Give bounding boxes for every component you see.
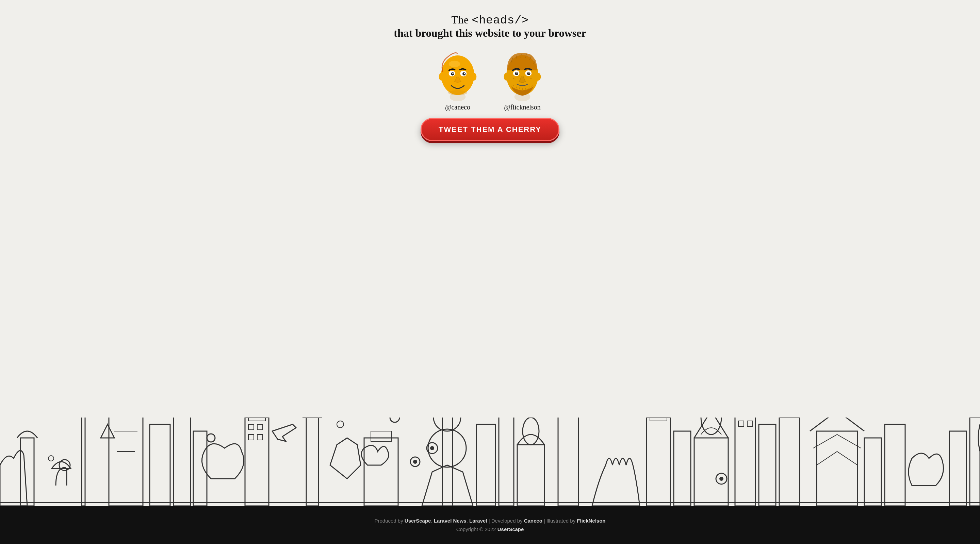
svg-point-19	[516, 73, 517, 74]
footer-credits: Produced by UserScape, Laravel News, Lar…	[7, 518, 973, 523]
laravel-link[interactable]: Laravel	[469, 518, 487, 523]
svg-point-23	[530, 78, 531, 79]
svg-point-22	[513, 78, 514, 79]
svg-point-1	[441, 56, 474, 95]
flicknelson-face-icon	[500, 50, 544, 101]
svg-point-3	[439, 73, 444, 81]
svg-point-86	[413, 460, 417, 464]
svg-point-77	[390, 417, 399, 422]
illustrated-by-prefix: | Illustrated by	[542, 518, 577, 523]
heading-line2: that brought this website to your browse…	[394, 27, 586, 40]
laravel-news-link[interactable]: Laravel News	[434, 518, 466, 523]
tweet-cherry-button[interactable]: TWEET THEM A CHERRY	[421, 118, 559, 141]
svg-point-53	[523, 417, 539, 445]
caneco-link[interactable]: Caneco	[524, 518, 542, 523]
heading-area: The <heads/> that brought this website t…	[394, 14, 586, 40]
svg-rect-41	[257, 435, 263, 440]
svg-point-24	[514, 79, 515, 81]
svg-rect-64	[747, 421, 753, 427]
copyright-text: Copyright © 2022	[456, 526, 498, 532]
main-content: The <heads/> that brought this website t…	[0, 0, 980, 506]
flicknelson-link[interactable]: FlickNelson	[577, 518, 605, 523]
developed-by-prefix: | Developed by	[487, 518, 524, 523]
copyright-userscape[interactable]: UserScape	[498, 526, 524, 532]
svg-point-74	[48, 455, 54, 461]
heading-line1: The <heads/>	[394, 14, 586, 27]
svg-point-75	[207, 434, 215, 442]
svg-rect-39	[257, 424, 263, 430]
userscape-link[interactable]: UserScape	[404, 518, 431, 523]
svg-rect-25	[0, 465, 980, 506]
footer: Produced by UserScape, Laravel News, Lar…	[0, 506, 980, 544]
svg-point-14	[504, 73, 509, 81]
avatars-row: @caneco	[436, 50, 544, 111]
avatar-flicknelson: @flicknelson	[500, 50, 544, 111]
tweet-button-container: TWEET THEM A CHERRY	[421, 118, 559, 141]
caneco-handle: @caneco	[445, 103, 470, 111]
svg-point-2	[449, 61, 460, 67]
svg-point-11	[448, 90, 467, 95]
produced-by-prefix: Produced by	[374, 518, 404, 523]
svg-point-21	[528, 73, 530, 74]
svg-point-76	[337, 421, 344, 428]
avatar-caneco: @caneco	[436, 50, 480, 111]
svg-point-59	[701, 417, 721, 435]
svg-rect-38	[248, 424, 254, 430]
copyright: Copyright © 2022 UserScape	[7, 526, 973, 532]
skyline-illustration	[0, 417, 980, 506]
flicknelson-handle: @flicknelson	[504, 103, 540, 111]
svg-point-10	[464, 73, 465, 74]
svg-point-8	[452, 73, 453, 74]
svg-rect-40	[248, 435, 254, 440]
svg-point-84	[430, 446, 434, 450]
svg-point-93	[719, 477, 724, 481]
svg-point-15	[536, 73, 541, 81]
svg-rect-45	[371, 431, 391, 441]
svg-marker-88	[101, 424, 115, 438]
heading-prefix: The	[452, 14, 472, 26]
heading-code: <heads/>	[472, 14, 528, 27]
caneco-face-icon	[436, 50, 480, 101]
svg-rect-63	[738, 421, 744, 427]
svg-point-4	[471, 73, 476, 81]
